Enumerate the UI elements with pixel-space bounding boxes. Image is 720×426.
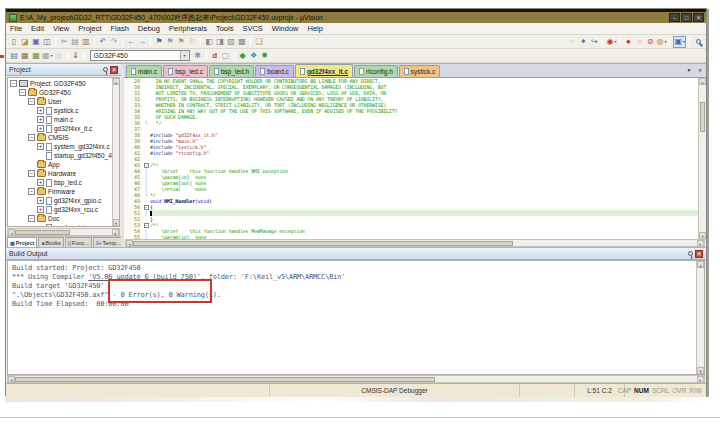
tab-close-icon[interactable]: ✕: [695, 65, 705, 75]
target-select[interactable]: GD32F450 ▾: [90, 50, 190, 61]
minimize-icon[interactable]: −: [669, 13, 680, 22]
scrollbar-thumb[interactable]: [700, 102, 705, 132]
pin-icon[interactable]: [103, 67, 108, 72]
code-line[interactable]: 55│ \param[in] none: [124, 234, 698, 239]
tree-item-cmsis[interactable]: −CMSIS: [8, 133, 119, 142]
cut-icon[interactable]: ✂: [59, 36, 69, 48]
insert-breakpoint-icon[interactable]: ●: [623, 36, 633, 48]
scroll-right-icon[interactable]: ►: [112, 229, 119, 236]
start-debug-icon[interactable]: d: [210, 50, 220, 62]
editor-vscrollbar[interactable]: ▲ ▼: [698, 78, 706, 239]
scrollbar-thumb[interactable]: [133, 241, 513, 246]
menu-item-view[interactable]: View: [53, 24, 69, 33]
project-tree-vscrollbar[interactable]: ▲▼: [112, 78, 119, 226]
panel-tab-temp[interactable]: 0+Temp...: [93, 237, 124, 247]
options-for-target-icon[interactable]: ✻: [193, 50, 203, 62]
manage-books-icon[interactable]: ❖: [249, 50, 259, 62]
scroll-right-icon[interactable]: ►: [697, 376, 704, 383]
save-icon[interactable]: ▣: [31, 36, 41, 48]
kill-breakpoints-icon[interactable]: ⊘: [645, 36, 655, 48]
tab-bsp-led-c[interactable]: bsp_led.c: [163, 65, 208, 77]
navigate-back-icon[interactable]: ←: [126, 36, 136, 48]
manage-components-icon[interactable]: ◆: [238, 50, 248, 62]
scrollbar-thumb[interactable]: [15, 230, 70, 235]
expander-icon[interactable]: −: [28, 215, 35, 222]
uncomment-icon[interactable]: ▩: [237, 36, 247, 48]
scroll-down-icon[interactable]: ▼: [697, 367, 704, 374]
translate-icon[interactable]: ▤: [9, 50, 19, 62]
close-panel-icon[interactable]: ✕: [110, 66, 118, 74]
tree-item-gd32f4xx-gpio-c[interactable]: +gd32f4xx_gpio.c: [8, 196, 119, 205]
navigate-forward-icon[interactable]: →: [137, 36, 147, 48]
save-all-icon[interactable]: ◫: [42, 36, 52, 48]
tab-main-c[interactable]: main.c: [126, 65, 162, 77]
expander-icon[interactable]: −: [28, 188, 35, 195]
menu-item-svcs[interactable]: SVCS: [242, 24, 262, 33]
menu-item-debug[interactable]: Debug: [138, 24, 160, 33]
tree-item-app[interactable]: App: [8, 160, 119, 169]
tree-item-doc[interactable]: −Doc: [8, 214, 119, 223]
expander-icon[interactable]: +: [37, 116, 44, 123]
scroll-left-icon[interactable]: ◄: [8, 376, 15, 383]
close-panel-icon[interactable]: ✕: [695, 250, 703, 258]
editor-hscrollbar[interactable]: ◄ ►: [125, 239, 705, 247]
expander-icon[interactable]: +: [37, 143, 44, 150]
pin-icon[interactable]: [688, 251, 693, 256]
close-icon[interactable]: ✕: [693, 13, 704, 22]
panel-tab-books[interactable]: ■Books: [38, 237, 63, 247]
insert-bookmark-icon[interactable]: ⚑: [154, 36, 164, 48]
tree-item-gd32f4xx-it-c[interactable]: +gd32f4xx_it.c: [8, 124, 119, 133]
scroll-up-icon[interactable]: ▲: [697, 261, 704, 268]
new-file-icon[interactable]: ▯: [9, 36, 19, 48]
window-layout-icon[interactable]: ▣▾: [673, 36, 686, 48]
build-output-hscrollbar[interactable]: ◄ ►: [7, 375, 705, 383]
enable-breakpoints-icon[interactable]: ◍▾: [656, 36, 666, 48]
expander-icon[interactable]: −: [19, 89, 26, 96]
scroll-left-icon[interactable]: ◄: [8, 229, 15, 236]
scroll-up-icon[interactable]: ▲: [699, 78, 706, 85]
debug-restore-views-icon[interactable]: ▢: [221, 50, 231, 62]
tab-rtconfig-h[interactable]: rtconfig.h: [354, 65, 398, 77]
build-icon[interactable]: ▦: [20, 50, 30, 62]
maximize-icon[interactable]: □: [681, 13, 692, 22]
menu-item-flash[interactable]: Flash: [111, 24, 129, 33]
download-flash-icon[interactable]: ⇓: [71, 50, 81, 62]
scroll-down-icon[interactable]: ▼: [113, 219, 120, 226]
expander-icon[interactable]: +: [37, 107, 44, 114]
copy-icon[interactable]: ▤: [70, 36, 80, 48]
panel-tab-project[interactable]: ▦Project: [7, 237, 37, 247]
scroll-up-icon[interactable]: ▲: [113, 78, 120, 85]
properties-icon[interactable]: ❏: [254, 36, 264, 48]
redo-icon[interactable]: ↷: [109, 36, 119, 48]
expander-icon[interactable]: +: [37, 179, 44, 186]
clear-bookmarks-icon[interactable]: ⚐: [187, 36, 197, 48]
tree-item-user[interactable]: −User: [8, 97, 119, 106]
tree-item-project-gd32f450[interactable]: −Project: GD32F450: [8, 79, 119, 88]
project-tree-hscrollbar[interactable]: ◄ ►: [7, 228, 120, 236]
menu-item-help[interactable]: Help: [308, 24, 323, 33]
tab-bsp-led-h[interactable]: bsp_led.h: [209, 65, 254, 77]
expander-icon[interactable]: −: [10, 80, 17, 87]
scrollbar-thumb[interactable]: [15, 377, 435, 382]
expander-icon[interactable]: −: [28, 170, 35, 177]
menu-item-edit[interactable]: Edit: [31, 24, 44, 33]
open-file-icon[interactable]: ◪: [20, 36, 30, 48]
build-output-vscrollbar[interactable]: ▲ ▼: [696, 261, 704, 374]
expander-icon[interactable]: −: [28, 98, 35, 105]
menu-item-project[interactable]: Project: [78, 24, 101, 33]
tree-item-system-gd32f4xx-c[interactable]: +system_gd32f4xx.c: [8, 142, 119, 151]
chevron-down-icon[interactable]: ▾: [180, 51, 189, 60]
expander-icon[interactable]: +: [37, 125, 44, 132]
menu-item-tools[interactable]: Tools: [216, 24, 234, 33]
undo-icon[interactable]: ↶: [98, 36, 108, 48]
code-area[interactable]: 29 IN NO EVENT SHALL THE COPYRIGHT HOLDE…: [124, 78, 706, 239]
previous-bookmark-icon[interactable]: ⚑: [165, 36, 175, 48]
tree-item-systick-c[interactable]: +systick.c: [8, 106, 119, 115]
tree-item-hardware[interactable]: −Hardware: [8, 169, 119, 178]
find-in-files-icon[interactable]: [693, 36, 703, 48]
disable-breakpoint-icon[interactable]: ○: [634, 36, 644, 48]
expander-icon[interactable]: −: [28, 134, 35, 141]
scroll-down-icon[interactable]: ▼: [699, 232, 706, 239]
breakpoint-settings-icon[interactable]: ◉▾: [606, 36, 616, 48]
pack-installer-icon[interactable]: ✹: [260, 50, 270, 62]
